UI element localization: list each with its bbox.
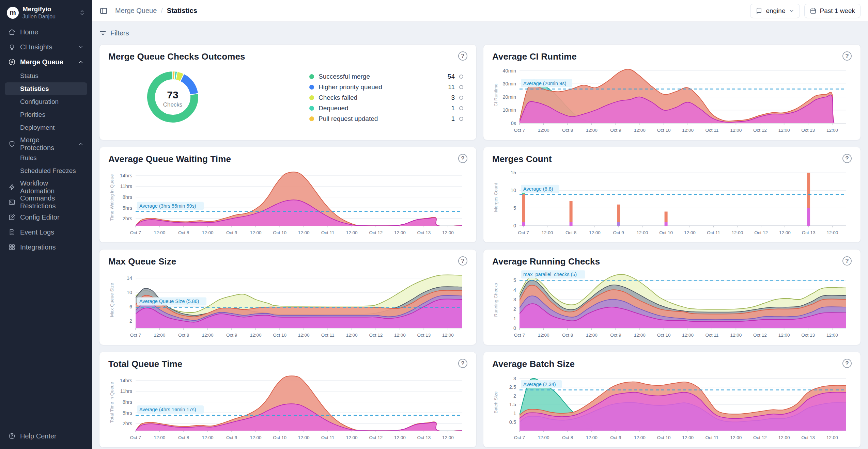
chart-average-running-checks[interactable]: 012345Oct 712:00Oct 812:00Oct 912:00Oct … bbox=[492, 268, 852, 339]
sidebar-item-configuration[interactable]: Configuration bbox=[5, 95, 87, 108]
sidebar-item-label: Status bbox=[20, 72, 38, 80]
svg-text:Oct 11: Oct 11 bbox=[705, 128, 718, 133]
chart-total-queue-time[interactable]: 2hrs5hrs8hrs11hrs14hrsOct 712:00Oct 812:… bbox=[108, 370, 467, 442]
sidebar-item-label: Config Editor bbox=[20, 213, 60, 221]
chevron-down-icon bbox=[789, 8, 794, 14]
help-icon[interactable]: ? bbox=[842, 51, 852, 61]
svg-text:Oct 12: Oct 12 bbox=[753, 333, 767, 338]
svg-text:12:00: 12:00 bbox=[682, 435, 694, 440]
legend-item[interactable]: Higher priority queued11 bbox=[309, 83, 463, 91]
help-icon[interactable]: ? bbox=[458, 256, 467, 266]
legend-label: Higher priority queued bbox=[319, 83, 444, 91]
svg-text:12:00: 12:00 bbox=[730, 128, 742, 133]
breadcrumb-merge-queue[interactable]: Merge Queue bbox=[115, 7, 157, 15]
svg-text:Oct 12: Oct 12 bbox=[753, 128, 767, 133]
legend-value: 54 bbox=[448, 73, 455, 80]
svg-text:Oct 10: Oct 10 bbox=[657, 333, 671, 338]
breadcrumb: Merge Queue / Statistics bbox=[115, 7, 197, 15]
sidebar-item-config-editor[interactable]: Config Editor bbox=[5, 210, 87, 225]
svg-text:12:00: 12:00 bbox=[442, 435, 454, 440]
sidebar-item-event-logs[interactable]: Event Logs bbox=[5, 225, 87, 240]
filters-label: Filters bbox=[110, 29, 129, 37]
chart-average-batch-size[interactable]: 0.511.522.53Oct 712:00Oct 812:00Oct 912:… bbox=[492, 370, 852, 442]
sidebar-item-home[interactable]: Home bbox=[5, 25, 87, 39]
svg-text:15: 15 bbox=[511, 170, 516, 175]
date-range-button[interactable]: Past 1 week bbox=[804, 4, 861, 18]
legend-value: 1 bbox=[451, 105, 455, 112]
sidebar-item-integrations[interactable]: Integrations bbox=[5, 240, 87, 255]
svg-text:5hrs: 5hrs bbox=[123, 205, 132, 211]
chevrons-up-down-icon bbox=[79, 10, 85, 16]
sidebar-item-label: Merge Protections bbox=[20, 136, 69, 152]
chevron-up-icon bbox=[78, 141, 84, 147]
svg-text:Oct 12: Oct 12 bbox=[369, 435, 383, 440]
legend-item[interactable]: Pull request updated1 bbox=[309, 115, 463, 123]
help-icon[interactable]: ? bbox=[842, 154, 852, 163]
svg-text:Checks: Checks bbox=[163, 101, 183, 108]
shield-icon bbox=[8, 140, 16, 148]
chart-average-queue-waiting-time[interactable]: 2hrs5hrs8hrs11hrs14hrsOct 712:00Oct 812:… bbox=[108, 165, 467, 237]
sidebar-item-rules[interactable]: Rules bbox=[5, 151, 87, 164]
card-total-queue-time: Total Queue Time ? 2hrs5hrs8hrs11hrs14hr… bbox=[99, 352, 477, 448]
svg-text:40min: 40min bbox=[503, 68, 516, 74]
svg-text:Oct 8: Oct 8 bbox=[562, 128, 573, 133]
series-toggle-icon[interactable] bbox=[459, 85, 463, 89]
series-toggle-icon[interactable] bbox=[459, 96, 463, 100]
series-toggle-icon[interactable] bbox=[459, 106, 463, 110]
repository-select-value: engine bbox=[766, 7, 785, 15]
help-icon[interactable]: ? bbox=[458, 359, 467, 368]
help-center-button[interactable]: Help Center bbox=[5, 429, 87, 444]
card-title: Average Queue Waiting Time bbox=[108, 154, 231, 164]
help-icon[interactable]: ? bbox=[458, 51, 467, 61]
svg-text:2: 2 bbox=[513, 306, 516, 312]
sidebar-item-status[interactable]: Status bbox=[5, 69, 87, 82]
card-title: Max Queue Size bbox=[108, 256, 176, 267]
help-icon[interactable]: ? bbox=[842, 256, 852, 266]
help-icon[interactable]: ? bbox=[458, 154, 467, 163]
legend-item[interactable]: Checks failed3 bbox=[309, 94, 463, 101]
sidebar-item-scheduled-freezes[interactable]: Scheduled Freezes bbox=[5, 164, 87, 177]
legend-item[interactable]: Dequeued1 bbox=[309, 105, 463, 112]
chart-average-ci-runtime[interactable]: 0s10min20min30min40minOct 712:00Oct 812:… bbox=[492, 63, 852, 134]
sidebar-item-ci-insights[interactable]: CI Insights bbox=[5, 39, 87, 54]
svg-text:11hrs: 11hrs bbox=[120, 388, 132, 394]
series-toggle-icon[interactable] bbox=[459, 75, 463, 79]
chart-merges-count[interactable]: 051015Oct 712:00Oct 812:00Oct 912:00Oct … bbox=[492, 165, 852, 237]
sidebar-item-label: Priorities bbox=[20, 111, 45, 118]
workspace-name: Mergifyio bbox=[22, 5, 75, 13]
sidebar-item-deployment[interactable]: Deployment bbox=[5, 121, 87, 134]
svg-text:Oct 7: Oct 7 bbox=[514, 128, 525, 133]
legend-item[interactable]: Successful merge54 bbox=[309, 73, 463, 80]
sidebar-item-merge-protections[interactable]: Merge Protections bbox=[5, 137, 87, 151]
sidebar-item-label: Configuration bbox=[20, 98, 59, 106]
svg-text:Merges Count: Merges Count bbox=[493, 183, 498, 212]
workspace-switcher[interactable]: m Mergifyio Julien Danjou bbox=[5, 3, 87, 25]
sidebar-item-workflow-automation[interactable]: Workflow Automation bbox=[5, 180, 87, 195]
svg-text:12:00: 12:00 bbox=[202, 435, 214, 440]
svg-text:12:00: 12:00 bbox=[826, 435, 838, 440]
sidebar-item-commands-restrictions[interactable]: Commands Restrictions bbox=[5, 195, 87, 210]
svg-text:12:00: 12:00 bbox=[682, 333, 694, 338]
chevron-down-icon bbox=[78, 44, 84, 50]
series-toggle-icon[interactable] bbox=[459, 117, 463, 121]
svg-text:12:00: 12:00 bbox=[682, 128, 694, 133]
svg-text:4: 4 bbox=[513, 287, 516, 293]
svg-text:12:00: 12:00 bbox=[684, 230, 696, 235]
sidebar-item-statistics[interactable]: Statistics bbox=[5, 82, 87, 95]
svg-text:Batch Size: Batch Size bbox=[493, 391, 498, 414]
mergify-logo: m bbox=[7, 7, 19, 19]
chart-max-queue-size[interactable]: 261014Oct 712:00Oct 812:00Oct 912:00Oct … bbox=[108, 268, 467, 339]
sidebar-item-merge-queue[interactable]: Merge Queue bbox=[5, 54, 87, 69]
svg-text:12:00: 12:00 bbox=[202, 230, 214, 235]
filters-bar[interactable]: Filters bbox=[99, 22, 861, 44]
svg-text:0s: 0s bbox=[511, 121, 516, 126]
sidebar-toggle-icon[interactable] bbox=[99, 7, 108, 15]
svg-text:Average (4hrs 16min 17s): Average (4hrs 16min 17s) bbox=[139, 407, 196, 412]
svg-text:Oct 7: Oct 7 bbox=[514, 333, 525, 338]
svg-text:Oct 12: Oct 12 bbox=[753, 435, 767, 440]
repository-select[interactable]: engine bbox=[750, 4, 800, 18]
help-icon[interactable]: ? bbox=[842, 359, 852, 368]
sidebar-item-priorities[interactable]: Priorities bbox=[5, 108, 87, 121]
merge-queue-icon bbox=[8, 58, 16, 66]
chart-checks-outcomes[interactable]: 73Checks Successful merge54Higher priori… bbox=[108, 62, 467, 133]
